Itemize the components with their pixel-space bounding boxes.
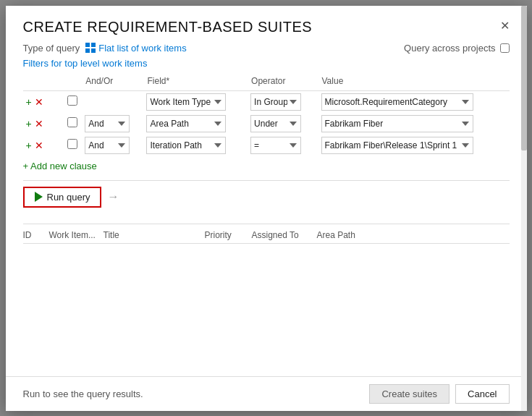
field-select[interactable]: Work Item TypeArea PathIteration Path (146, 93, 226, 111)
arrow-right: → (107, 190, 119, 203)
query-across-label: Query across projects (404, 43, 495, 54)
dialog: CREATE REQUIREMENT-BASED SUITES ✕ Type o… (6, 6, 527, 411)
value-select[interactable]: Fabrikam Fiber (321, 115, 473, 132)
query-type-link[interactable]: Flat list of work items (85, 43, 186, 54)
th-operator: Operator (248, 75, 318, 91)
scrollbar-thumb[interactable] (521, 6, 527, 150)
field-select[interactable]: Work Item TypeArea PathIteration Path (146, 115, 226, 132)
results-col-areapath: Area Path (317, 230, 510, 240)
query-table: And/Or Field* Operator Value + ✕ Work It… (23, 75, 510, 156)
th-actions (23, 75, 65, 91)
remove-row-button[interactable]: ✕ (34, 97, 44, 107)
close-button[interactable]: ✕ (497, 19, 512, 33)
dialog-body: Type of query Flat list of work items Qu… (6, 43, 527, 376)
results-col-assigned: Assigned To (252, 230, 317, 240)
add-row-button[interactable]: + (25, 119, 33, 129)
value-select[interactable]: Microsoft.RequirementCategoryMicrosoft.B… (321, 93, 473, 111)
row-actions: + ✕ (25, 97, 63, 107)
table-row: + ✕ Work Item TypeArea PathIteration Pat… (23, 90, 510, 113)
cancel-button[interactable]: Cancel (455, 384, 509, 404)
remove-row-button[interactable]: ✕ (34, 140, 44, 150)
table-row: + ✕ AndOrWork Item TypeArea PathIteratio… (23, 135, 510, 156)
operator-select[interactable]: In GroupNot In Group=<> (250, 93, 301, 111)
results-col-workitem: Work Item... (49, 230, 104, 240)
row-checkbox[interactable] (67, 117, 77, 127)
row-actions: + ✕ (25, 119, 63, 129)
create-suites-button[interactable]: Create suites (369, 384, 449, 404)
query-type-link-label: Flat list of work items (98, 43, 186, 54)
th-value: Value (319, 75, 510, 91)
field-select[interactable]: Work Item TypeArea PathIteration Path (146, 137, 226, 154)
play-icon (35, 192, 43, 202)
divider-2 (23, 224, 510, 224)
andor-select[interactable]: AndOr (85, 137, 130, 154)
operator-select[interactable]: =<>Under (250, 137, 301, 154)
svg-rect-2 (85, 48, 90, 53)
grid-icon (85, 43, 96, 53)
results-header: ID Work Item... Title Priority Assigned … (23, 230, 510, 244)
svg-rect-0 (85, 43, 90, 47)
results-col-id: ID (23, 230, 49, 240)
run-query-section: Run query → (23, 187, 510, 208)
results-col-priority: Priority (205, 230, 252, 240)
operator-select[interactable]: Under=<> (250, 115, 301, 132)
add-row-button[interactable]: + (25, 97, 33, 107)
svg-rect-1 (91, 43, 96, 47)
dialog-footer: Run to see the query results. Create sui… (6, 376, 527, 411)
footer-hint: Run to see the query results. (23, 389, 143, 399)
query-across-row: Query across projects (404, 43, 509, 54)
th-andor: And/Or (83, 75, 144, 91)
query-type-label: Type of query (23, 43, 80, 54)
dialog-header: CREATE REQUIREMENT-BASED SUITES ✕ (6, 6, 527, 43)
th-checkbox (65, 75, 83, 91)
row-checkbox[interactable] (67, 139, 77, 149)
value-select[interactable]: Fabrikam Fiber\Release 1\Sprint 1 (321, 137, 473, 154)
th-field: Field* (144, 75, 248, 91)
query-type-row: Type of query Flat list of work items Qu… (23, 43, 510, 54)
add-clause-button[interactable]: + Add new clause (23, 161, 510, 171)
filters-label: Filters for top level work items (23, 58, 510, 69)
query-across-checkbox[interactable] (500, 43, 510, 53)
results-col-title: Title (104, 230, 205, 240)
query-type-left: Type of query Flat list of work items (23, 43, 187, 54)
table-row: + ✕ AndOrWork Item TypeArea PathIteratio… (23, 113, 510, 135)
footer-buttons: Create suites Cancel (369, 384, 509, 404)
divider-1 (23, 180, 510, 181)
svg-rect-3 (91, 48, 96, 53)
run-query-label: Run query (47, 192, 90, 203)
results-empty (23, 247, 510, 376)
scrollbar-track[interactable] (521, 6, 527, 411)
row-actions: + ✕ (25, 140, 63, 150)
andor-select[interactable]: AndOr (85, 115, 130, 132)
dialog-title: CREATE REQUIREMENT-BASED SUITES (23, 19, 313, 35)
row-checkbox[interactable] (67, 95, 77, 106)
run-query-button[interactable]: Run query (23, 187, 102, 208)
remove-row-button[interactable]: ✕ (34, 119, 44, 129)
add-row-button[interactable]: + (25, 140, 33, 150)
